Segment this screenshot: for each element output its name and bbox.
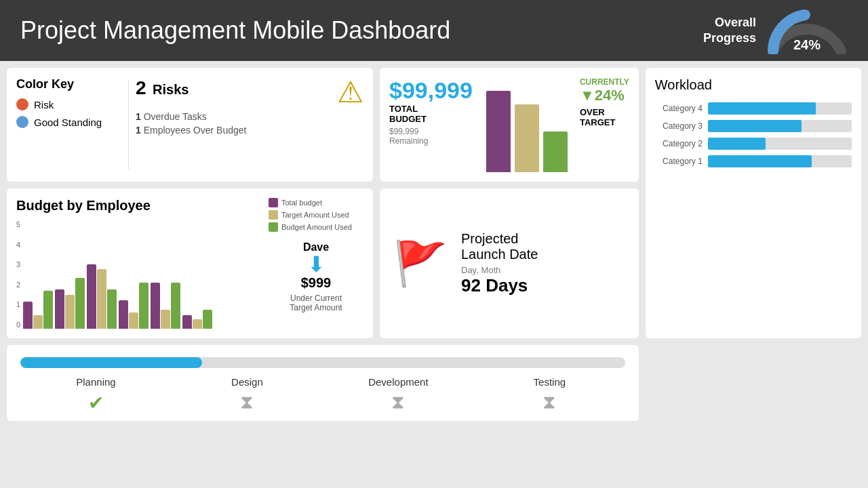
bar-green-6: [203, 310, 212, 329]
bar-group-1: [23, 291, 53, 329]
bar-groups: [23, 220, 212, 329]
mini-bar-2: [515, 104, 539, 172]
workload-bar-bg-1: [708, 155, 852, 167]
workload-label-4: Category 4: [655, 104, 703, 113]
workload-bar-bg-3: [708, 120, 852, 132]
budget-employee-panel: Budget by Employee 0 1 2 3 4 5: [7, 188, 373, 338]
progress-track: [20, 357, 625, 368]
workload-bar-fill-2: [708, 138, 766, 150]
bar-group-4: [119, 283, 149, 329]
bar-purple-4: [119, 300, 128, 329]
divider: [128, 80, 129, 169]
risk-dot: [16, 98, 28, 110]
color-key-risk: Risk: [16, 98, 121, 110]
over-target: OVERTARGET: [580, 107, 629, 127]
workload-bar-bg-2: [708, 138, 852, 150]
bar-tan-4: [129, 312, 138, 329]
currently-label: CURRENTLY: [580, 77, 629, 87]
progress-label: OverallProgress: [703, 15, 756, 47]
workload-label-3: Category 3: [655, 121, 703, 131]
progress-pct: 24%: [766, 37, 848, 53]
risks-panel: 2 Risks ⚠ 1 Overdue Tasks 1 Employees Ov…: [136, 77, 363, 172]
bar-purple-5: [151, 283, 160, 329]
projected-label: ProjectedLaunch Date: [461, 231, 538, 262]
bar-green-3: [107, 289, 117, 329]
bar-green-5: [171, 283, 180, 329]
color-key-good: Good Standing: [16, 116, 121, 128]
projected-sub: Day, Moth: [461, 265, 538, 275]
design-icon: ⧗: [172, 392, 323, 414]
currently-pct: ▼24%: [580, 87, 629, 104]
bar-green-2: [75, 278, 85, 329]
header: Project Management Mobile Dashboard Over…: [0, 0, 868, 61]
bar-purple-2: [55, 289, 64, 329]
phase-design: Design ⧗: [172, 376, 323, 414]
budget-chart-area: Budget by Employee 0 1 2 3 4 5: [16, 198, 260, 329]
mini-bar-3: [543, 131, 568, 172]
workload-cat4: Category 4: [655, 102, 852, 115]
development-icon: ⧗: [323, 392, 474, 414]
budget-right-info: CURRENTLY ▼24% OVERTARGET: [580, 77, 629, 127]
workload-bar-fill-4: [708, 102, 816, 115]
main-grid: Color Key Risk Good Standing 2 Risks ⚠: [0, 61, 868, 428]
chart-right-panel: Total budget Target Amount Used Budget A…: [269, 198, 363, 312]
legend: Total budget Target Amount Used Budget A…: [269, 198, 363, 235]
planning-icon: ✔: [20, 392, 172, 414]
bar-group-6: [182, 310, 212, 329]
dave-panel: Dave ⬇ $999 Under CurrentTarget Amount: [269, 241, 363, 312]
bar-tan-5: [161, 310, 170, 329]
budget-amount: $99,999: [389, 77, 473, 104]
legend-target: Target Amount Used: [269, 210, 363, 220]
workload-bar-fill-3: [708, 120, 802, 132]
timeline-panel: Planning ✔ Design ⧗ Development ⧗ Testin…: [7, 345, 639, 421]
flag-icon: 🚩: [393, 242, 448, 285]
bar-group-5: [151, 283, 180, 329]
projected-info: ProjectedLaunch Date Day, Moth 92 Days: [461, 231, 538, 296]
risks-label: Risks: [153, 82, 189, 97]
phase-testing: Testing ⧗: [474, 376, 625, 414]
budget-panel: $99,999 TOTALBUDGET $99,999Remaining CUR…: [380, 68, 639, 182]
header-title: Project Management Mobile Dashboard: [20, 16, 450, 45]
budget-remaining: $99,999Remaining: [389, 127, 473, 146]
projected-panel: 🚩 ProjectedLaunch Date Day, Moth 92 Days: [380, 188, 639, 338]
risks-count: 2: [136, 77, 146, 98]
phases: Planning ✔ Design ⧗ Development ⧗ Testin…: [20, 376, 625, 414]
good-label: Good Standing: [34, 117, 102, 128]
risks-details: 1 Overdue Tasks 1 Employees Over Budget: [136, 111, 363, 136]
workload-cat3: Category 3: [655, 120, 852, 132]
bar-purple-3: [87, 264, 96, 329]
budget-chart-title: Budget by Employee: [16, 198, 260, 214]
bar-chart-container: 0 1 2 3 4 5: [16, 220, 260, 329]
legend-total: Total budget: [269, 198, 363, 207]
risks-detail-2: 1 Employees Over Budget: [136, 125, 363, 136]
workload-label-1: Category 1: [655, 157, 703, 166]
bar-tan-2: [65, 295, 75, 329]
mini-bar-chart: [486, 77, 568, 172]
bar-tan-1: [33, 315, 43, 329]
bar-purple-6: [182, 315, 192, 329]
y-axis: 0 1 2 3 4 5: [16, 220, 20, 329]
warning-icon: ⚠: [337, 77, 363, 107]
bar-tan-6: [193, 319, 202, 329]
dave-amount: $999: [269, 275, 363, 291]
color-key-title: Color Key: [16, 77, 121, 92]
mini-bar-1: [486, 91, 511, 172]
good-dot: [16, 116, 28, 128]
workload-cat2: Category 2: [655, 138, 852, 150]
overall-progress: OverallProgress 24%: [703, 7, 848, 54]
color-key-panel: Color Key Risk Good Standing: [16, 77, 121, 172]
progress-fill: [20, 357, 202, 368]
workload-label-2: Category 2: [655, 139, 703, 148]
bar-green-4: [139, 283, 149, 329]
left-top-panel: Color Key Risk Good Standing 2 Risks ⚠: [7, 68, 373, 182]
testing-icon: ⧗: [474, 392, 625, 414]
workload-title: Workload: [655, 77, 852, 93]
dave-sublabel: Under CurrentTarget Amount: [269, 293, 363, 312]
budget-label: TOTALBUDGET: [389, 104, 473, 124]
legend-budget: Budget Amount Used: [269, 222, 363, 232]
projected-days: 92 Days: [461, 275, 538, 296]
bar-group-2: [55, 278, 85, 329]
bar-group-3: [87, 264, 117, 329]
risk-label: Risk: [34, 99, 54, 110]
bar-tan-3: [97, 269, 106, 329]
